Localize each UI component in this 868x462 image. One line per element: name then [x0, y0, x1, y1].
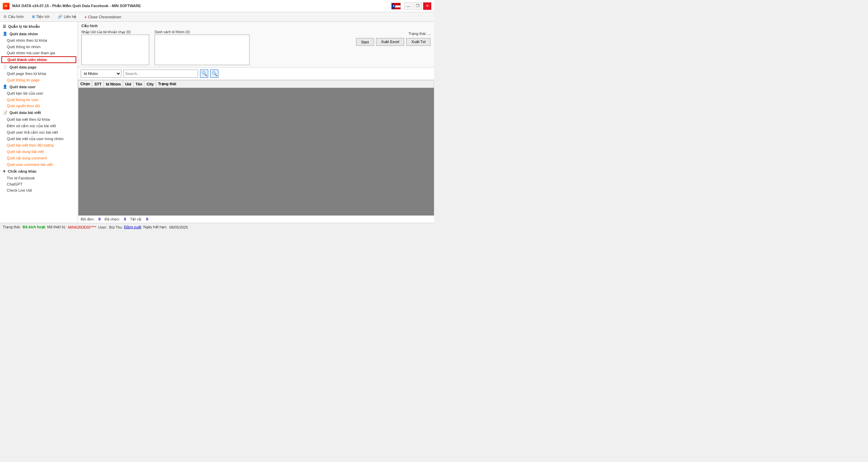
table-header-row: Chọn STT Id Nhóm Uid Tên City Trạng thái [78, 80, 434, 88]
nhom-textarea[interactable] [155, 35, 250, 65]
title-bar-left: M MAX DATA v24.07.15 - Phần Mềm Quét Dat… [3, 3, 141, 9]
minimize-button[interactable]: — [404, 2, 412, 10]
tat-ca-label: Tất cả: [130, 217, 142, 222]
sidebar-item-quetnoidungbaiviet[interactable]: Quét nội dung bài viết [0, 149, 78, 155]
footer-stats: Bôi đen: 0 Đã chọn: 0 Tất cả: 0 [78, 215, 434, 223]
boi-den-value: 0 [98, 217, 100, 222]
status-ngayhetan-value: 08/05/2025 [169, 225, 188, 229]
sidebar-section-quetnhom[interactable]: 👤 Quét data nhóm [0, 30, 78, 37]
title-text: MAX DATA v24.07.15 - Phần Mềm Quét Data … [12, 4, 141, 8]
search-dropdown[interactable]: Id Nhóm Uid Tên City [81, 70, 121, 78]
col-chon: Chọn [78, 80, 92, 88]
nhom-label: Danh sách Id Nhóm (0): [155, 30, 250, 34]
sidebar-section-quetbaiviet[interactable]: 📝 Quét data bài viết [0, 109, 78, 116]
search-bar: Id Nhóm Uid Tên City 🔍 🔍 [78, 68, 434, 80]
sidebar-section-quetpage[interactable]: 📄 Quét data page [0, 63, 78, 71]
menu-cauhinh[interactable]: ⚙ Cấu hình [2, 14, 25, 20]
sidebar-item-quetnguoitheodoi[interactable]: Quét người theo dõi [0, 103, 78, 109]
sidebar-item-quetnhomuser[interactable]: Quét nhóm mà user tham gia [0, 50, 78, 56]
sidebar-item-quetpagetukhoa[interactable]: Quét page theo từ khóa [0, 71, 78, 77]
menu-close-label: Close Chromedriver [88, 15, 121, 19]
uid-label: Nhập Uid của tài khoản chạy (0): [81, 30, 149, 34]
menu-cauhinh-label: Cấu hình [8, 15, 24, 19]
col-ten: Tên [133, 80, 144, 88]
sidebar-item-quetbaiviettukhoa[interactable]: Quét bài viết theo từ khóa [0, 116, 78, 123]
menu-close-chromedriver[interactable]: ● Close Chromedriver [83, 14, 122, 20]
uid-field: Nhập Uid của tài khoản chạy (0): [81, 30, 149, 65]
maximize-button[interactable]: ❐ [414, 2, 422, 10]
menu-tienich[interactable]: ⊞ Tiện ích [31, 14, 51, 20]
config-title: Cấu hình [81, 24, 431, 28]
status-device-value: MIN626DE65**** [68, 225, 96, 229]
gear-icon: ⚙ [3, 15, 7, 19]
app-logo: M [3, 3, 9, 9]
rocket-icon: ✈ [3, 169, 6, 174]
sidebar-item-quetthongtinpage[interactable]: Quét thông tin page [0, 77, 78, 83]
sidebar-section-quanly[interactable]: ☰ Quản lý tài khoản [0, 23, 78, 30]
sidebar-item-timidfacebook[interactable]: Tìm Id Facebook [0, 175, 78, 181]
sidebar-item-demcamxuc[interactable]: Đếm số cảm xúc của bài viết [0, 123, 78, 129]
search-input[interactable] [123, 70, 198, 78]
user-group-icon: 👤 [3, 32, 7, 36]
sidebar-section-chucnangkhac[interactable]: ✈ Chức năng khác [0, 168, 78, 175]
link-icon: 🔗 [58, 15, 62, 19]
trang-thai-label: Trạng thái: [409, 32, 427, 36]
da-chon-value: 0 [124, 217, 126, 222]
status-device-label: Mã thiết bị: [47, 225, 66, 229]
nhom-field: Danh sách Id Nhóm (0): [155, 30, 250, 65]
tat-ca-value: 0 [146, 217, 148, 222]
status-active-value: Đã kích hoạt [23, 225, 45, 229]
user-icon: 👤 [3, 84, 7, 89]
config-buttons: Start Xuất Excel Xuất Txt [356, 38, 431, 46]
tools-icon: ⊞ [32, 15, 35, 19]
table-body [78, 88, 434, 216]
search-icon-2: 🔍 [212, 71, 217, 76]
sidebar-item-quetnoidungcomment[interactable]: Quét nội dung comment [0, 155, 78, 161]
page-icon: 📄 [3, 65, 7, 69]
da-chon-label: Đã chọn: [105, 217, 120, 222]
menu-lines-icon: ☰ [3, 24, 6, 29]
menu-tienich-label: Tiện ích [36, 15, 50, 19]
sidebar-item-checkliveuid[interactable]: Check Live Uid [0, 187, 78, 193]
sidebar-item-quetbaivietdoituong[interactable]: Quét bài viết theo đối tượng [0, 142, 78, 149]
content-area: Cấu hình Nhập Uid của tài khoản chạy (0)… [78, 22, 434, 223]
sidebar-item-chatgpt[interactable]: ChatGPT [0, 181, 78, 187]
sidebar-section-quetuser[interactable]: 👤 Quét data user [0, 83, 78, 90]
config-section: Cấu hình Nhập Uid của tài khoản chạy (0)… [78, 22, 434, 68]
sidebar-item-quetusercomment[interactable]: Quét user comment bài viết [0, 161, 78, 168]
sidebar-item-quetbaivietuser[interactable]: Quét bài viết của user trong nhóm [0, 136, 78, 142]
col-trangthai: Trạng thái [156, 80, 434, 88]
close-button[interactable]: ✕ [423, 2, 431, 10]
sidebar-item-quetthongtinnhom[interactable]: Quét thông tin nhóm [0, 44, 78, 50]
status-ngayhetan-label: Ngày hết hạn: [143, 225, 167, 229]
trang-thai-value: ... [428, 32, 431, 36]
close-circle-icon: ● [84, 15, 87, 19]
col-idnhom: Id Nhóm [104, 80, 123, 88]
sidebar-item-quetthongtinuser[interactable]: Quét thông tin user [0, 97, 78, 103]
export-excel-button[interactable]: Xuất Excel [376, 38, 404, 46]
search-button-2[interactable]: 🔍 [210, 70, 218, 78]
status-trang-thai-label: Trạng thái: [3, 225, 21, 229]
flag-icon[interactable] [391, 3, 401, 9]
dang-xuat-link[interactable]: Đăng xuất [124, 225, 141, 229]
status-user-label: User: [98, 225, 107, 229]
boi-den-label: Bôi đen: [81, 217, 94, 222]
export-txt-button[interactable]: Xuất Txt [406, 38, 431, 46]
status-bar: Trạng thái: Đã kích hoạt Mã thiết bị: MI… [0, 223, 434, 231]
menu-lienhe[interactable]: 🔗 Liên hệ [56, 14, 78, 20]
table-container: Chọn STT Id Nhóm Uid Tên City Trạng thái [78, 80, 434, 215]
empty-row [78, 88, 434, 216]
search-button-1[interactable]: 🔍 [200, 70, 208, 78]
title-bar: M MAX DATA v24.07.15 - Phần Mềm Quét Dat… [0, 0, 434, 12]
col-stt: STT [92, 80, 104, 88]
sidebar-item-quetthanhviennhom[interactable]: Quét thành viên nhóm [1, 56, 76, 63]
start-button[interactable]: Start [356, 38, 374, 46]
uid-textarea[interactable] [81, 35, 149, 65]
sidebar: ☰ Quản lý tài khoản 👤 Quét data nhóm Qué… [0, 22, 78, 223]
sidebar-item-quetnhomtukhoa[interactable]: Quét nhóm theo từ khóa [0, 37, 78, 44]
trang-thai-row: Trạng thái: ... [409, 32, 431, 36]
sidebar-item-quetusertha[interactable]: Quét user thả cảm xúc bài viết [0, 129, 78, 136]
config-right: Trạng thái: ... Start Xuất Excel Xuất Tx… [356, 32, 431, 46]
sidebar-item-quetbanbeuser[interactable]: Quét bạn bè của user [0, 90, 78, 97]
post-icon: 📝 [3, 111, 7, 115]
